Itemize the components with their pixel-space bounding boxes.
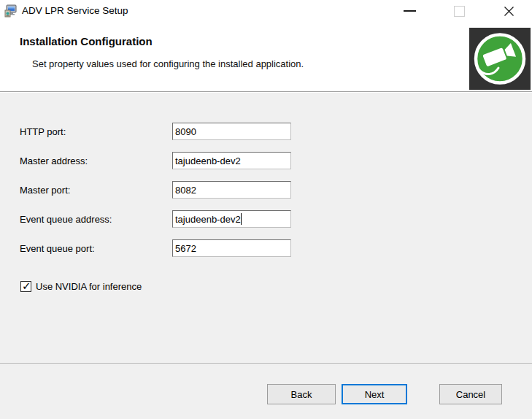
field-label-master-port: Master port: <box>20 181 70 199</box>
field-label-event-queue-address: Event queue address: <box>20 210 112 228</box>
cctv-camera-icon <box>469 28 531 90</box>
field-label-master-address: Master address: <box>20 152 88 170</box>
maximize-button <box>443 0 476 22</box>
next-button[interactable]: Next <box>342 384 407 404</box>
product-logo-banner <box>469 28 531 90</box>
field-value: tajudeenb-dev2 <box>175 155 241 166</box>
maximize-icon <box>454 6 465 17</box>
field-label-event-queue-port: Event queue port: <box>20 239 95 258</box>
nvidia-checkbox-label: Use NVIDIA for inference <box>36 281 142 292</box>
installer-window: ADV LPR Service Setup Installation Confi… <box>0 0 532 419</box>
field-label-http-port: HTTP port: <box>20 123 66 141</box>
http-port-input[interactable]: 8090 <box>172 123 291 140</box>
page-title: Installation Configuration <box>20 35 153 47</box>
window-title: ADV LPR Service Setup <box>22 0 128 22</box>
field-value: tajudeenb-dev2 <box>175 214 241 225</box>
field-value: 8090 <box>175 126 196 137</box>
event-queue-address-input[interactable]: tajudeenb-dev2 <box>172 210 291 228</box>
checkmark-icon: ✓ <box>22 280 31 293</box>
minimize-button[interactable] <box>393 0 426 22</box>
field-value: 8082 <box>175 185 196 196</box>
master-address-input[interactable]: tajudeenb-dev2 <box>172 152 291 169</box>
master-port-input[interactable]: 8082 <box>172 181 291 199</box>
text-caret <box>241 213 242 225</box>
page-subtitle: Set property values used for configuring… <box>32 58 304 69</box>
footer-divider-highlight <box>0 364 532 365</box>
close-button[interactable] <box>493 0 525 22</box>
field-value: 5672 <box>175 243 196 254</box>
close-icon <box>504 6 514 17</box>
title-bar: ADV LPR Service Setup <box>0 0 532 22</box>
minimize-icon <box>404 10 416 12</box>
msi-installer-icon <box>4 4 18 18</box>
dialog-header: Installation Configuration Set property … <box>0 22 532 91</box>
event-queue-port-input[interactable]: 5672 <box>172 239 291 257</box>
nvidia-checkbox[interactable]: ✓ <box>20 281 31 292</box>
back-button[interactable]: Back <box>267 384 336 404</box>
nvidia-checkbox-row[interactable]: ✓ Use NVIDIA for inference <box>20 280 142 293</box>
cancel-button[interactable]: Cancel <box>439 384 502 404</box>
